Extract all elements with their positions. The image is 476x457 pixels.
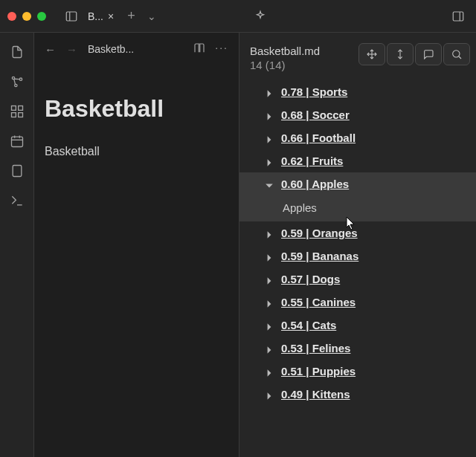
chevron-right-icon[interactable] <box>265 157 274 166</box>
grid-icon[interactable] <box>10 104 25 119</box>
chevron-down-icon[interactable] <box>265 180 274 189</box>
sidebar-toggle-icon[interactable] <box>61 6 82 27</box>
result-item[interactable]: 0.57 | Dogs <box>239 268 476 291</box>
editor-pane: ← → Basketb... ··· Basketball Basketball <box>34 33 239 457</box>
svg-rect-10 <box>18 106 22 111</box>
result-item[interactable]: 0.66 | Football <box>239 126 476 149</box>
note-title: Basketball <box>45 95 228 123</box>
result-label[interactable]: 0.66 | Football <box>281 132 356 144</box>
result-label[interactable]: 0.78 | Sports <box>281 85 347 98</box>
result-label[interactable]: 0.68 | Soccer <box>281 108 350 121</box>
tab-label: B... <box>88 10 103 22</box>
note-body[interactable]: Basketball Basketball <box>34 65 239 158</box>
result-label[interactable]: 0.49 | Kittens <box>281 388 350 401</box>
close-tab-icon[interactable]: × <box>108 10 114 22</box>
result-label[interactable]: 0.55 | Canines <box>281 296 356 308</box>
expand-vertical-icon[interactable] <box>387 43 414 65</box>
chevron-right-icon[interactable] <box>265 367 274 376</box>
result-item[interactable]: 0.54 | Cats <box>239 314 476 337</box>
result-label[interactable]: 0.51 | Puppies <box>281 365 356 377</box>
close-window-button[interactable] <box>7 12 16 21</box>
move-icon[interactable] <box>358 43 385 65</box>
result-item[interactable]: 0.68 | Soccer <box>239 103 476 126</box>
result-label[interactable]: 0.62 | Fruits <box>281 155 343 167</box>
svg-rect-17 <box>13 166 22 177</box>
result-item[interactable]: 0.60 | Apples <box>239 172 476 195</box>
result-label[interactable]: 0.53 | Felines <box>281 342 350 354</box>
results-list: 0.78 | Sports0.68 | Soccer0.66 | Footbal… <box>239 77 476 457</box>
chevron-right-icon[interactable] <box>265 390 274 399</box>
svg-point-6 <box>14 84 16 86</box>
breadcrumb[interactable]: Basketb... <box>88 43 134 55</box>
result-label[interactable]: 0.59 | Bananas <box>281 250 358 262</box>
chevron-right-icon[interactable] <box>265 111 274 120</box>
result-label[interactable]: 0.54 | Cats <box>281 319 336 331</box>
result-item[interactable]: 0.51 | Puppies <box>239 360 476 383</box>
editor-header: ← → Basketb... ··· <box>34 33 239 65</box>
result-item[interactable]: 0.55 | Canines <box>239 291 476 314</box>
sparkle-icon[interactable] <box>250 6 271 27</box>
svg-line-8 <box>13 80 15 85</box>
result-item[interactable]: 0.78 | Sports <box>239 80 476 103</box>
result-item[interactable]: 0.49 | Kittens <box>239 383 476 406</box>
chevron-right-icon[interactable] <box>265 298 274 307</box>
minimize-window-button[interactable] <box>22 12 31 21</box>
chevron-right-icon[interactable] <box>265 321 274 330</box>
svg-rect-11 <box>11 113 16 117</box>
new-tab-button[interactable]: + <box>120 8 143 24</box>
chevron-right-icon[interactable] <box>265 88 274 97</box>
nav-forward-button[interactable]: → <box>66 43 77 56</box>
svg-line-23 <box>459 56 461 59</box>
result-label[interactable]: 0.57 | Dogs <box>281 273 340 285</box>
maximize-window-button[interactable] <box>37 12 46 21</box>
more-options-icon[interactable]: ··· <box>215 42 228 57</box>
svg-rect-2 <box>453 12 463 21</box>
calendar-icon[interactable] <box>10 134 25 149</box>
chevron-right-icon[interactable] <box>265 229 274 238</box>
reading-mode-icon[interactable] <box>193 42 206 57</box>
page-icon[interactable] <box>10 163 25 178</box>
chevron-right-icon[interactable] <box>265 252 274 261</box>
svg-rect-12 <box>18 113 22 117</box>
result-item[interactable]: 0.62 | Fruits <box>239 149 476 172</box>
svg-point-5 <box>19 78 22 80</box>
chevron-right-icon[interactable] <box>265 275 274 284</box>
svg-point-22 <box>453 51 460 57</box>
result-item[interactable]: 0.59 | Oranges <box>239 221 476 244</box>
panel-header: Basketball.md 14 (14) <box>239 33 476 77</box>
result-child[interactable]: Apples <box>239 195 476 221</box>
right-sidebar-toggle-icon[interactable] <box>448 6 469 27</box>
search-icon[interactable] <box>443 43 470 65</box>
tab-dropdown-icon[interactable]: ⌄ <box>143 10 161 22</box>
nav-back-button[interactable]: ← <box>45 43 56 56</box>
terminal-icon[interactable] <box>10 193 25 208</box>
svg-point-4 <box>12 77 14 79</box>
graph-icon[interactable] <box>10 74 25 89</box>
chevron-right-icon[interactable] <box>265 344 274 353</box>
result-label[interactable]: 0.60 | Apples <box>281 178 349 190</box>
result-label[interactable]: 0.59 | Oranges <box>281 227 358 239</box>
files-icon[interactable] <box>10 45 25 59</box>
window-controls <box>7 12 46 21</box>
svg-rect-9 <box>11 106 16 111</box>
similarity-panel: Basketball.md 14 (14) 0.78 | Sports0.68 … <box>239 33 476 457</box>
note-content: Basketball <box>45 145 228 158</box>
svg-rect-13 <box>11 137 22 146</box>
file-tab[interactable]: B... × <box>82 5 120 27</box>
titlebar: B... × + ⌄ <box>0 0 476 33</box>
activity-rail <box>0 33 34 457</box>
svg-rect-0 <box>66 12 77 21</box>
comment-icon[interactable] <box>415 43 442 65</box>
chevron-right-icon[interactable] <box>265 134 274 143</box>
result-item[interactable]: 0.53 | Felines <box>239 337 476 360</box>
result-item[interactable]: 0.59 | Bananas <box>239 244 476 268</box>
